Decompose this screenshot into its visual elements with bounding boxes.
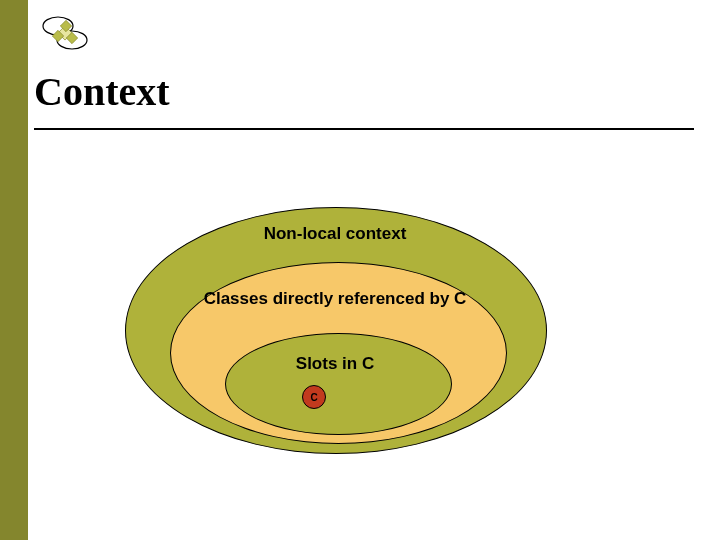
core-label: C [310, 392, 317, 403]
ellipse-core-c: C [302, 385, 326, 409]
context-diagram: C Non-local context Classes directly ref… [0, 0, 720, 540]
label-non-local-context: Non-local context [185, 224, 485, 244]
slide: Context C Non-local context Classes dire… [0, 0, 720, 540]
label-classes-referenced: Classes directly referenced by C [185, 289, 485, 309]
ellipse-slots-in-c [225, 333, 452, 435]
label-slots-in-c: Slots in C [185, 354, 485, 374]
